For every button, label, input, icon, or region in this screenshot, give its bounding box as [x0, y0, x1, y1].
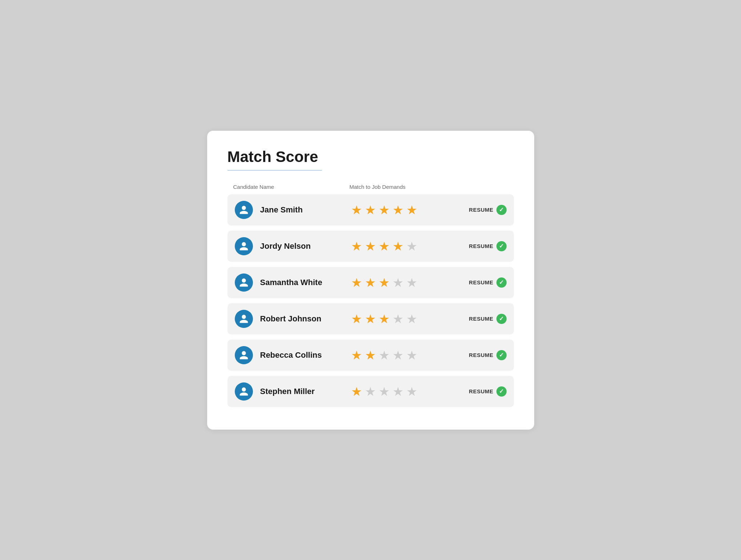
- candidate-name-rebecca-collins: Rebecca Collins: [260, 350, 351, 360]
- check-icon-stephen-miller: ✓: [496, 386, 507, 397]
- candidate-row-stephen-miller[interactable]: Stephen Miller★★★★★RESUME✓: [227, 376, 514, 407]
- check-icon-rebecca-collins: ✓: [496, 350, 507, 360]
- stars-stephen-miller: ★★★★★: [351, 385, 459, 398]
- star-3-stephen-miller: ★: [379, 385, 390, 398]
- avatar-jane-smith: [235, 201, 253, 219]
- star-4-jane-smith: ★: [392, 204, 403, 216]
- star-5-jordy-nelson: ★: [406, 240, 417, 252]
- star-1-rebecca-collins: ★: [351, 349, 362, 361]
- col-header-match: Match to Job Demands: [350, 184, 508, 190]
- avatar-jordy-nelson: [235, 237, 253, 255]
- star-1-jordy-nelson: ★: [351, 240, 362, 252]
- star-4-jordy-nelson: ★: [392, 240, 403, 252]
- candidate-row-rebecca-collins[interactable]: Rebecca Collins★★★★★RESUME✓: [227, 340, 514, 371]
- stars-jane-smith: ★★★★★: [351, 204, 459, 216]
- candidate-name-robert-johnson: Robert Johnson: [260, 314, 351, 324]
- person-icon: [239, 314, 249, 324]
- avatar-robert-johnson: [235, 310, 253, 328]
- person-icon: [239, 241, 249, 251]
- resume-label-jordy-nelson: RESUME: [469, 243, 493, 249]
- check-icon-jordy-nelson: ✓: [496, 241, 507, 251]
- star-5-rebecca-collins: ★: [406, 349, 417, 361]
- resume-section-stephen-miller[interactable]: RESUME✓: [459, 386, 507, 397]
- column-headers: Candidate Name Match to Job Demands: [227, 184, 514, 194]
- person-icon: [239, 386, 249, 397]
- star-4-stephen-miller: ★: [392, 385, 403, 398]
- stars-rebecca-collins: ★★★★★: [351, 349, 459, 361]
- check-icon-jane-smith: ✓: [496, 205, 507, 215]
- candidate-name-samantha-white: Samantha White: [260, 278, 351, 287]
- candidate-name-stephen-miller: Stephen Miller: [260, 387, 351, 396]
- star-1-jane-smith: ★: [351, 204, 362, 216]
- star-2-robert-johnson: ★: [365, 313, 376, 325]
- star-4-rebecca-collins: ★: [392, 349, 403, 361]
- title-divider: [227, 170, 322, 171]
- resume-section-robert-johnson[interactable]: RESUME✓: [459, 314, 507, 324]
- star-3-jordy-nelson: ★: [379, 240, 390, 252]
- person-icon: [239, 277, 249, 288]
- candidate-row-jane-smith[interactable]: Jane Smith★★★★★RESUME✓: [227, 194, 514, 226]
- resume-label-samantha-white: RESUME: [469, 279, 493, 285]
- star-3-jane-smith: ★: [379, 204, 390, 216]
- candidates-list: Jane Smith★★★★★RESUME✓ Jordy Nelson★★★★★…: [227, 194, 514, 407]
- resume-section-jordy-nelson[interactable]: RESUME✓: [459, 241, 507, 251]
- star-4-robert-johnson: ★: [392, 313, 403, 325]
- star-5-jane-smith: ★: [406, 204, 417, 216]
- candidate-row-samantha-white[interactable]: Samantha White★★★★★RESUME✓: [227, 267, 514, 298]
- check-icon-robert-johnson: ✓: [496, 314, 507, 324]
- star-1-stephen-miller: ★: [351, 385, 362, 398]
- star-5-robert-johnson: ★: [406, 313, 417, 325]
- star-5-stephen-miller: ★: [406, 385, 417, 398]
- avatar-rebecca-collins: [235, 346, 253, 364]
- check-icon-samantha-white: ✓: [496, 277, 507, 288]
- star-3-samantha-white: ★: [379, 276, 390, 289]
- match-score-card: Match Score Candidate Name Match to Job …: [207, 131, 534, 430]
- candidate-row-jordy-nelson[interactable]: Jordy Nelson★★★★★RESUME✓: [227, 231, 514, 262]
- page-title: Match Score: [227, 148, 514, 166]
- candidate-row-robert-johnson[interactable]: Robert Johnson★★★★★RESUME✓: [227, 303, 514, 334]
- resume-label-stephen-miller: RESUME: [469, 388, 493, 394]
- star-2-jordy-nelson: ★: [365, 240, 376, 252]
- resume-section-jane-smith[interactable]: RESUME✓: [459, 205, 507, 215]
- star-2-jane-smith: ★: [365, 204, 376, 216]
- person-icon: [239, 205, 249, 215]
- resume-label-jane-smith: RESUME: [469, 207, 493, 213]
- stars-samantha-white: ★★★★★: [351, 276, 459, 289]
- resume-label-rebecca-collins: RESUME: [469, 352, 493, 358]
- star-2-rebecca-collins: ★: [365, 349, 376, 361]
- avatar-samantha-white: [235, 273, 253, 292]
- star-3-rebecca-collins: ★: [379, 349, 390, 361]
- col-header-name: Candidate Name: [233, 184, 350, 190]
- star-1-samantha-white: ★: [351, 276, 362, 289]
- resume-section-rebecca-collins[interactable]: RESUME✓: [459, 350, 507, 360]
- person-icon: [239, 350, 249, 360]
- avatar-stephen-miller: [235, 382, 253, 401]
- star-5-samantha-white: ★: [406, 276, 417, 289]
- star-3-robert-johnson: ★: [379, 313, 390, 325]
- stars-jordy-nelson: ★★★★★: [351, 240, 459, 252]
- resume-section-samantha-white[interactable]: RESUME✓: [459, 277, 507, 288]
- candidate-name-jane-smith: Jane Smith: [260, 205, 351, 215]
- candidate-name-jordy-nelson: Jordy Nelson: [260, 242, 351, 251]
- star-1-robert-johnson: ★: [351, 313, 362, 325]
- star-2-samantha-white: ★: [365, 276, 376, 289]
- stars-robert-johnson: ★★★★★: [351, 313, 459, 325]
- star-4-samantha-white: ★: [392, 276, 403, 289]
- star-2-stephen-miller: ★: [365, 385, 376, 398]
- resume-label-robert-johnson: RESUME: [469, 316, 493, 322]
